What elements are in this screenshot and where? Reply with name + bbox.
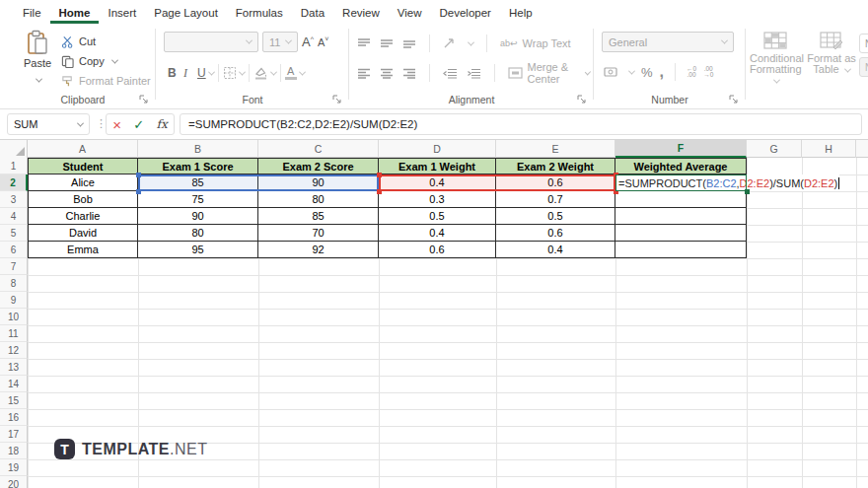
tab-review[interactable]: Review <box>333 3 389 24</box>
cell-D4[interactable]: 0.5 <box>379 208 496 225</box>
orientation-dropdown-chevron[interactable] <box>468 38 474 45</box>
range-fill-handle[interactable] <box>377 189 382 194</box>
orientation-icon[interactable] <box>443 37 457 49</box>
cell-F2-edit-formula[interactable]: =SUMPRODUCT(B2:C2,D2:E2)/SUM(D2:E2) <box>616 174 839 191</box>
borders-icon[interactable] <box>223 66 237 80</box>
range-fill-handle[interactable] <box>136 189 141 194</box>
cell-F6[interactable] <box>615 242 747 258</box>
cell-C3[interactable]: 80 <box>258 191 379 208</box>
format-as-table-button[interactable]: Format asTable <box>807 32 856 75</box>
tab-insert[interactable]: Insert <box>99 3 145 24</box>
cell-E5[interactable]: 0.6 <box>496 225 615 242</box>
cell-A4[interactable]: Charlie <box>28 208 138 225</box>
cell-B1[interactable]: Exam 1 Score <box>138 158 258 174</box>
tab-page-layout[interactable]: Page Layout <box>145 3 227 24</box>
number-dialog-launcher[interactable] <box>729 95 739 105</box>
merge-center-button[interactable]: Merge & Center <box>508 63 590 83</box>
cell-E1[interactable]: Exam 2 Weight <box>496 158 615 174</box>
wrap-text-button[interactable]: ab↩ Wrap Text <box>500 34 571 53</box>
cell-C6[interactable]: 92 <box>258 242 379 258</box>
copy-button[interactable]: Copy <box>61 51 151 71</box>
range-highlight-D2-E2[interactable] <box>379 174 615 191</box>
align-top-icon[interactable] <box>357 38 371 49</box>
insert-function-icon[interactable]: fx <box>157 117 168 131</box>
align-left-icon[interactable] <box>357 68 371 79</box>
align-bottom-icon[interactable] <box>402 38 416 49</box>
italic-button[interactable]: I <box>183 66 197 81</box>
copy-dropdown-chevron[interactable] <box>111 56 118 63</box>
decrease-indent-icon[interactable] <box>443 68 458 79</box>
underline-dropdown-chevron[interactable] <box>208 68 215 75</box>
align-right-icon[interactable] <box>402 68 416 79</box>
increase-decimal-button[interactable]: ←0.00 <box>687 66 696 78</box>
font-size-combo[interactable]: 11 <box>262 32 298 52</box>
alignment-dialog-launcher[interactable] <box>577 95 587 105</box>
borders-dropdown-chevron[interactable] <box>239 68 246 75</box>
tab-help[interactable]: Help <box>500 3 542 24</box>
range-fill-handle[interactable] <box>377 173 382 177</box>
cell-C1[interactable]: Exam 2 Score <box>258 158 379 174</box>
cell-D3[interactable]: 0.3 <box>379 191 496 208</box>
cell-A6[interactable]: Emma <box>28 242 138 258</box>
underline-button[interactable]: U <box>197 66 206 80</box>
font-color-dropdown-chevron[interactable] <box>299 68 306 75</box>
cell-C5[interactable]: 70 <box>258 225 379 242</box>
tab-home[interactable]: Home <box>50 3 100 24</box>
cell-F1[interactable]: Weighted Average <box>615 158 747 174</box>
cell-D1[interactable]: Exam 1 Weight <box>379 158 496 174</box>
cell-B5[interactable]: 80 <box>138 225 258 242</box>
cell-F4[interactable] <box>615 208 747 225</box>
tab-developer[interactable]: Developer <box>431 3 500 24</box>
cancel-icon[interactable]: × <box>112 117 121 132</box>
comma-style-button[interactable]: , <box>660 68 664 76</box>
cell-F3[interactable] <box>615 191 747 208</box>
formula-input[interactable]: =SUMPRODUCT(B2:C2,D2:E2)/SUM(D2:E2) <box>180 113 862 135</box>
font-color-icon[interactable]: A <box>285 67 297 80</box>
cell-E3[interactable]: 0.7 <box>496 191 615 208</box>
cell-A2[interactable]: Alice <box>28 174 138 191</box>
font-name-combo[interactable] <box>164 32 258 52</box>
range-highlight-B2-C2[interactable] <box>138 174 379 191</box>
fill-color-dropdown-chevron[interactable] <box>270 68 277 75</box>
cell-B6[interactable]: 95 <box>138 242 258 258</box>
accounting-format-icon[interactable] <box>604 66 619 78</box>
conditional-formatting-button[interactable]: ConditionalFormatting <box>750 32 801 86</box>
paste-button[interactable]: Paste <box>20 30 55 87</box>
paste-dropdown-chevron[interactable] <box>36 76 42 83</box>
tab-view[interactable]: View <box>389 3 431 24</box>
number-format-combo[interactable]: General <box>602 32 734 52</box>
bold-button[interactable]: B <box>168 66 183 80</box>
cell-E6[interactable]: 0.4 <box>496 242 615 258</box>
accounting-dropdown-chevron[interactable] <box>628 67 635 74</box>
name-box[interactable]: SUM <box>7 113 90 135</box>
range-fill-handle[interactable] <box>136 173 141 177</box>
name-box-chevron[interactable] <box>77 119 84 126</box>
active-cell-fill-handle[interactable] <box>745 189 750 194</box>
cut-button[interactable]: Cut <box>61 32 151 51</box>
cell-style-item[interactable]: N <box>859 57 868 77</box>
shrink-font-button[interactable]: A˅ <box>318 35 328 48</box>
cell-B3[interactable]: 75 <box>138 191 258 208</box>
cell-F5[interactable] <box>615 225 747 242</box>
cell-A1[interactable]: Student <box>28 158 138 174</box>
cell-A5[interactable]: David <box>28 225 138 242</box>
enter-icon[interactable]: ✓ <box>133 118 144 131</box>
tab-data[interactable]: Data <box>292 3 333 24</box>
cell-B4[interactable]: 90 <box>138 208 258 225</box>
decrease-decimal-button[interactable]: .00→0 <box>703 66 713 78</box>
cell-C4[interactable]: 85 <box>258 208 379 225</box>
cell-style-item[interactable]: N <box>859 34 868 53</box>
cell-A3[interactable]: Bob <box>28 191 138 208</box>
increase-indent-icon[interactable] <box>467 68 481 79</box>
grow-font-button[interactable]: A^ <box>302 35 314 49</box>
font-dialog-launcher[interactable] <box>332 95 342 105</box>
cell-E4[interactable]: 0.5 <box>496 208 615 225</box>
tab-file[interactable]: File <box>14 3 50 24</box>
clipboard-dialog-launcher[interactable] <box>139 95 149 105</box>
align-center-icon[interactable] <box>380 68 394 79</box>
percent-style-button[interactable]: % <box>641 65 653 80</box>
cell-D5[interactable]: 0.4 <box>379 225 496 242</box>
cell-D6[interactable]: 0.6 <box>379 242 496 258</box>
fill-color-icon[interactable] <box>253 66 268 80</box>
tab-formulas[interactable]: Formulas <box>227 3 292 24</box>
